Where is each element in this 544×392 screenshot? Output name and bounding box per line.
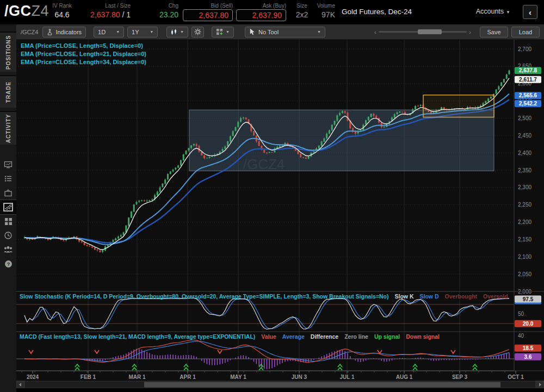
svg-text:97.5: 97.5 xyxy=(523,296,534,302)
save-button[interactable]: Save xyxy=(480,27,508,38)
add-chart-grid-icon xyxy=(216,28,223,35)
gear-icon xyxy=(194,28,201,35)
sidebar-tab-activity[interactable]: ACTIVITY xyxy=(0,111,16,145)
svg-text:50: 50 xyxy=(518,311,524,317)
price-axis: 2,0002,0502,1002,1502,2002,2502,3002,350… xyxy=(518,46,531,295)
svg-text:3.6: 3.6 xyxy=(524,354,532,360)
legend-item: Difference xyxy=(311,333,338,340)
grid xyxy=(16,40,514,371)
chevron-left-icon: ‹ xyxy=(529,8,531,17)
scrollbar-thumb[interactable] xyxy=(144,382,500,388)
svg-text:2,100: 2,100 xyxy=(518,254,531,260)
chevron-down-icon: ▼ xyxy=(317,30,321,34)
watermark: /GCZ4 xyxy=(243,156,285,172)
svg-text:2024: 2024 xyxy=(27,374,39,380)
left-sidebar: POSITIONS TRADE ACTIVITY ? xyxy=(0,24,16,392)
iv-rank-label: IV Rank xyxy=(47,3,77,9)
svg-text:AUG 1: AUG 1 xyxy=(396,374,413,380)
svg-text:JUN 3: JUN 3 xyxy=(292,374,307,380)
watchlist-icon[interactable] xyxy=(0,172,16,186)
svg-text:2,450: 2,450 xyxy=(518,133,531,139)
studies-legend: EMA (Price=CLOSE, Length=5, Displace=0) … xyxy=(21,42,146,67)
accounts-dropdown[interactable]: Accounts▼ xyxy=(476,8,510,15)
help-icon[interactable]: ? xyxy=(0,257,16,271)
svg-text:JUL 1: JUL 1 xyxy=(339,374,354,380)
accounts-label: Accounts xyxy=(476,8,504,15)
bid-label: Bid (Sell) xyxy=(183,3,233,9)
ask-value: 2,637.90 xyxy=(252,11,282,20)
beaker-icon xyxy=(47,29,53,35)
chart-icon[interactable] xyxy=(0,200,16,214)
trading-platform-window: { "app": { "accounts_label": "Accounts" … xyxy=(0,0,544,392)
scrub-left-icon[interactable]: ‹ xyxy=(374,29,376,35)
community-icon[interactable] xyxy=(0,242,16,257)
cursor-icon xyxy=(249,28,255,35)
toolbar-symbol-label: /GCZ4 xyxy=(21,29,38,35)
contract-description: Gold Futures, Dec-24 xyxy=(342,8,412,16)
symbol-root: /GC xyxy=(4,3,32,19)
svg-text:FEB 1: FEB 1 xyxy=(81,374,96,380)
drawing-tool-dropdown[interactable]: No Tool ▼ xyxy=(245,27,325,38)
indicators-label: Indicators xyxy=(55,29,82,35)
load-label: Load xyxy=(519,29,532,35)
size-value: 2x2 xyxy=(292,10,312,19)
history-clock-icon[interactable] xyxy=(0,228,16,242)
sidebar-tab-positions[interactable]: POSITIONS xyxy=(0,32,16,72)
scrub-right-icon[interactable]: › xyxy=(469,29,471,35)
scrub-thumb[interactable] xyxy=(418,29,442,34)
chart-settings-button[interactable] xyxy=(191,27,204,38)
chg-column: Chg 23.20 xyxy=(140,3,178,19)
study-ema5[interactable]: EMA (Price=CLOSE, Length=5, Displace=0) xyxy=(21,42,146,49)
bid-column: Bid (Sell) xyxy=(183,3,233,9)
candlestick-style-icon xyxy=(171,29,177,35)
svg-text:OCT 1: OCT 1 xyxy=(508,374,524,380)
scrub-track[interactable] xyxy=(379,31,467,33)
svg-text:2,350: 2,350 xyxy=(518,167,531,173)
timeframe-value: 1D xyxy=(98,29,106,35)
ask-label: Ask (Buy) xyxy=(236,3,286,9)
compare-grid-dropdown[interactable]: ▼ xyxy=(212,27,234,38)
sidebar-tab-trade[interactable]: TRADE xyxy=(0,75,16,108)
collapse-panel-button[interactable]: ‹ xyxy=(523,5,537,19)
range-dropdown[interactable]: 1Y▼ xyxy=(127,27,158,38)
quote-header: /GCZ4 IV Rank 64.6 Last / Size 2,637.80 … xyxy=(0,0,544,24)
stochastic-pane-header: Slow Stochastic (K Period=14, D Period=9… xyxy=(20,293,512,300)
tool-label: No Tool xyxy=(258,29,279,35)
symbol-title: /GCZ4 xyxy=(4,3,49,20)
size-column: Size 2x2 xyxy=(292,3,312,19)
last-size: / 1 xyxy=(122,10,131,19)
tv-icon[interactable] xyxy=(0,186,16,200)
save-label: Save xyxy=(487,29,500,35)
indicators-button[interactable]: Indicators xyxy=(42,27,86,38)
study-ema21[interactable]: EMA (Price=CLOSE, Length=21, Displace=0) xyxy=(21,51,146,57)
legend-item: Up signal xyxy=(374,333,400,340)
size-label: Size xyxy=(292,3,312,9)
drawings-over xyxy=(423,95,494,117)
volume-label: Volume xyxy=(311,3,335,9)
chevron-down-icon: ▼ xyxy=(506,10,510,15)
stochastic-study-label[interactable]: Slow Stochastic (K Period=14, D Period=9… xyxy=(20,293,389,300)
svg-text:2,611.7: 2,611.7 xyxy=(519,77,537,83)
bid-value: 2,637.80 xyxy=(199,11,229,20)
svg-text:MAY 1: MAY 1 xyxy=(230,374,246,380)
svg-text:2,637.8: 2,637.8 xyxy=(519,67,537,73)
grid-icon[interactable] xyxy=(0,214,16,228)
svg-text:18.5: 18.5 xyxy=(523,345,534,351)
load-button[interactable]: Load xyxy=(511,27,540,38)
chart-style-dropdown[interactable]: ▼ xyxy=(166,27,188,38)
ask-button[interactable]: 2,637.90 xyxy=(236,9,286,21)
svg-text:40: 40 xyxy=(518,333,524,339)
macd-study-label[interactable]: MACD (Fast length=13, Slow length=21, MA… xyxy=(20,333,255,340)
study-ema34[interactable]: EMA (Price=CLOSE, Length=34, Displace=0) xyxy=(21,59,146,65)
svg-text:2,565.6: 2,565.6 xyxy=(519,92,537,98)
price-badges: 2,637.82,611.72,565.62,542.2 xyxy=(515,67,541,107)
legend-item: Down signal xyxy=(406,333,440,340)
svg-text:2,300: 2,300 xyxy=(518,184,531,190)
legend-item: Average xyxy=(282,333,305,340)
svg-text:2,050: 2,050 xyxy=(518,271,531,277)
chart-toolbar: /GCZ4 Indicators 1D▼ 1Y▼ ▼ ▼ No Tool ▼ xyxy=(16,24,544,40)
bid-button[interactable]: 2,637.80 xyxy=(183,9,233,21)
news-monitor-icon[interactable] xyxy=(0,158,16,172)
timeframe-dropdown[interactable]: 1D▼ xyxy=(94,27,124,38)
breakout-box-drawing xyxy=(423,95,494,117)
